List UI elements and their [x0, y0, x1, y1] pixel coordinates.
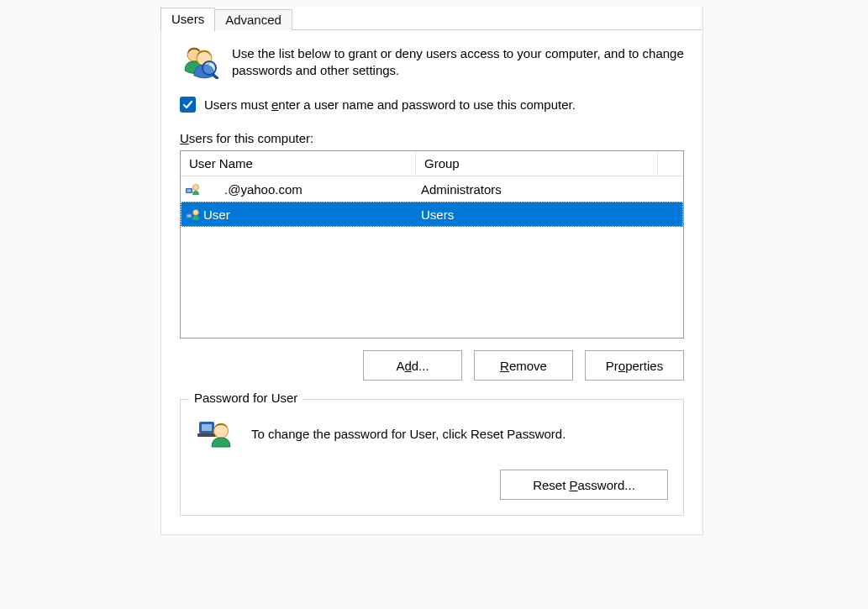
tab-users[interactable]: Users	[160, 8, 215, 31]
user-icon	[186, 182, 200, 196]
svg-point-9	[193, 210, 199, 216]
password-groupbox: Password for User To change the password…	[180, 399, 684, 516]
remove-button[interactable]: Remove	[474, 350, 573, 381]
svg-point-2	[203, 61, 216, 75]
listview-header: User Name Group	[181, 151, 683, 176]
svg-rect-8	[187, 215, 192, 218]
require-password-label: Users must enter a user name and passwor…	[204, 97, 576, 112]
tab-strip: Users Advanced	[160, 7, 702, 30]
properties-button[interactable]: Properties	[585, 350, 684, 381]
cell-group: Users	[416, 207, 683, 222]
intro-text: Use the list below to grant or deny user…	[232, 45, 684, 81]
cell-group: Administrators	[416, 182, 683, 197]
table-row[interactable]: User Users	[181, 202, 683, 227]
add-button[interactable]: Add...	[363, 350, 462, 381]
svg-rect-5	[187, 190, 192, 192]
user-icon	[186, 207, 200, 221]
tab-advanced[interactable]: Advanced	[214, 9, 292, 30]
cell-username: .@yahoo.com	[203, 182, 302, 197]
users-listview[interactable]: User Name Group .@yahoo.com	[180, 150, 684, 339]
svg-rect-11	[202, 424, 212, 431]
user-key-icon	[196, 417, 233, 451]
users-group-icon	[180, 45, 218, 81]
users-list-label: Users for this computer:	[180, 131, 684, 145]
user-accounts-dialog: Users Advanced	[160, 7, 703, 535]
svg-point-6	[193, 185, 199, 191]
password-groupbox-legend: Password for User	[189, 391, 302, 405]
cell-username: User	[203, 207, 230, 222]
reset-password-button[interactable]: Reset Password...	[500, 470, 668, 500]
tab-panel-users: Use the list below to grant or deny user…	[161, 29, 702, 534]
svg-rect-12	[197, 433, 216, 437]
column-header-group[interactable]: Group	[416, 151, 658, 176]
table-row[interactable]: .@yahoo.com Administrators	[181, 176, 683, 202]
require-password-checkbox[interactable]: Users must enter a user name and passwor…	[180, 97, 684, 113]
column-header-username[interactable]: User Name	[181, 151, 416, 176]
column-header-spacer	[658, 151, 683, 176]
checkmark-icon	[180, 97, 196, 113]
password-hint-text: To change the password for User, click R…	[251, 427, 566, 441]
